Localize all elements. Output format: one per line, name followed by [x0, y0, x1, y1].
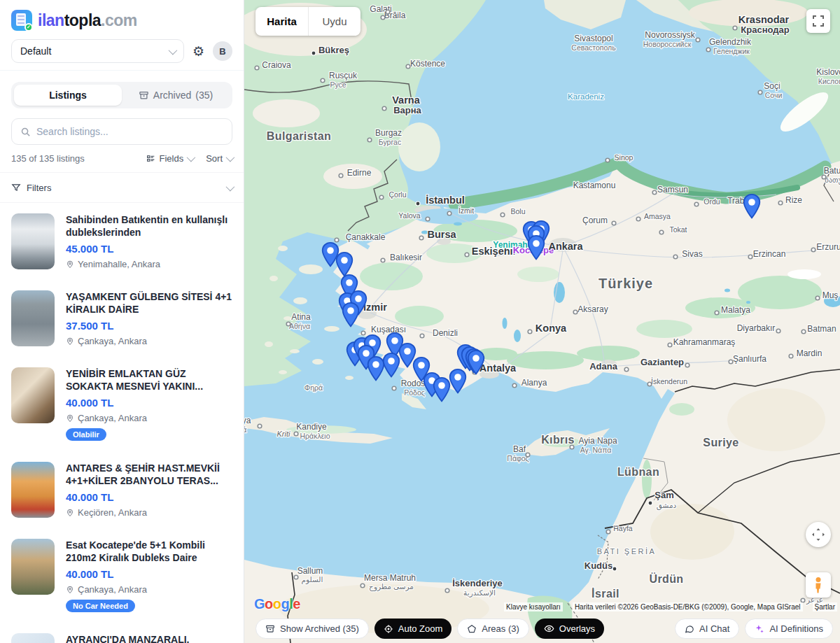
map-label: Χανιά	[244, 425, 246, 434]
map-label: Αγ. Νάπα	[580, 446, 612, 454]
listing-card[interactable]: Sahibinden Batıkentin en kullanışlı dubl…	[0, 203, 244, 280]
listing-card[interactable]: YENİBİR EMLAKTAN GÜZ SOKAKTA MESNEVİ YAK…	[0, 357, 244, 451]
map-label: Ordu	[704, 197, 720, 206]
listing-thumb	[11, 462, 55, 518]
map-label: Kudüs	[584, 560, 612, 571]
city-dot	[416, 202, 420, 206]
sort-button[interactable]: Sort	[206, 153, 232, 164]
map-label: Karadeniz	[568, 92, 604, 101]
listing-card[interactable]: AYRANCI'DA MANZARALI,	[0, 623, 244, 643]
map-label: Севастополь	[571, 43, 616, 52]
map-label: Sivas	[682, 249, 702, 259]
google-logo[interactable]: Google	[254, 596, 300, 612]
tab-archived[interactable]: Archived (35)	[122, 85, 230, 106]
brand-name: ilantopla.com	[38, 11, 137, 30]
listing-count: 135 of 135 listings	[11, 153, 85, 164]
pegman-icon	[811, 577, 825, 593]
pan-control[interactable]	[806, 522, 831, 547]
map-label: Варна	[393, 105, 421, 115]
map-label: Kislovodsk	[816, 67, 840, 77]
listing-title: YAŞAMKENT GÜLBENG SİTESİ 4+1 KİRALIK DAİ…	[66, 290, 232, 316]
map-label: Sinop	[615, 153, 634, 162]
map-label: Varna	[392, 94, 420, 106]
listing-price: 40.000 TL	[66, 397, 232, 409]
listing-location: Keçiören, Ankara	[78, 507, 147, 518]
terms-link[interactable]: Şartlar	[813, 602, 837, 612]
brand-logo[interactable]: ✓ ilantopla.com	[11, 10, 232, 31]
map-label: Hanya	[244, 416, 251, 425]
listing-badge: Olabilir	[66, 428, 106, 441]
pan-arrows-icon	[811, 527, 826, 542]
gear-icon[interactable]: ⚙	[192, 45, 204, 58]
city-dot	[335, 238, 339, 242]
listing-title: YENİBİR EMLAKTAN GÜZ SOKAKTA MESNEVİ YAK…	[66, 367, 232, 393]
city-dot	[673, 255, 678, 259]
city-dot	[778, 201, 783, 205]
listing-location: Yenimahalle, Ankara	[78, 259, 160, 269]
areas-button[interactable]: Areas (3)	[457, 619, 528, 639]
ai-chat-button[interactable]: AI Chat	[675, 619, 739, 639]
map-label: Denizli	[433, 328, 458, 338]
auto-zoom-button[interactable]: Auto Zoom	[374, 619, 452, 639]
filters-toggle[interactable]: Filters	[0, 172, 244, 203]
map-label: Kahramanmaraş	[673, 337, 736, 347]
fullscreen-button[interactable]	[806, 9, 830, 33]
listing-thumb	[11, 213, 55, 269]
city-dot	[696, 38, 700, 42]
profile-selector[interactable]: Default	[11, 39, 184, 63]
map-label: Krasnodar	[738, 14, 790, 25]
map-container[interactable]: GalațiBrăilaCraiovaBükreşKöstenceRusçukР…	[244, 0, 840, 643]
city-dot	[648, 382, 652, 386]
divider	[0, 70, 244, 71]
map-label: Novorossiysk	[645, 30, 695, 40]
city-dot	[339, 174, 343, 178]
city-dot	[360, 584, 365, 588]
map-type-satellite-button[interactable]: Uydu	[308, 7, 360, 36]
count-row: 135 of 135 listings Fields Sort	[11, 153, 232, 164]
map-label: Şam	[654, 490, 673, 500]
map-label: İskenderun	[651, 377, 687, 386]
avatar[interactable]: B	[213, 41, 232, 61]
sidebar-header: ✓ ilantopla.com Default ⚙ B	[0, 0, 244, 70]
overlays-button[interactable]: Overlays	[535, 619, 604, 639]
listing-card[interactable]: ANTARES & ŞEHİR HAST.MEVKİİ 4+1+KİLER 2B…	[0, 451, 244, 528]
map-type-map-button[interactable]: Harita	[255, 7, 308, 36]
listing-card[interactable]: YAŞAMKENT GÜLBENG SİTESİ 4+1 KİRALIK DAİ…	[0, 280, 244, 357]
show-archived-button[interactable]: Show Archived (35)	[255, 619, 369, 639]
map-label: السلوم	[302, 575, 323, 584]
city-dot	[258, 424, 262, 428]
map-label: Soçi	[764, 81, 780, 91]
city-dot	[321, 78, 325, 83]
map-label: Çorum	[582, 215, 608, 225]
fields-button[interactable]: Fields	[146, 153, 193, 164]
map-label: Baf	[513, 444, 526, 454]
listing-location: Çankaya, Ankara	[78, 336, 147, 346]
tab-listings[interactable]: Listings	[14, 85, 122, 106]
map-label: İsrail	[592, 588, 620, 600]
city-dot	[789, 354, 793, 358]
pegman-control[interactable]	[806, 572, 831, 598]
search-input[interactable]	[36, 126, 223, 137]
map-label: Adana	[589, 361, 618, 372]
map-pin-icon	[66, 414, 74, 423]
listing-price: 40.000 TL	[66, 568, 232, 580]
map-label: Tokat	[669, 225, 687, 234]
city-dot	[445, 588, 449, 593]
map-label: Batum	[824, 166, 840, 176]
listing-price: 37.500 TL	[66, 320, 232, 332]
city-dot	[685, 363, 690, 367]
city-dot	[368, 138, 372, 142]
listing-card[interactable]: Esat Kocatepe'de 5+1 Kombili 210m2 Kiral…	[0, 528, 244, 623]
map-label: Türkiye	[598, 276, 653, 291]
city-dot	[465, 253, 469, 257]
map-label: Atina	[291, 312, 311, 322]
city-dot	[801, 598, 805, 602]
ai-definitions-button[interactable]: AI Definitions	[745, 619, 833, 639]
chat-bubble-icon	[685, 624, 694, 634]
map-label: İstanbul	[426, 195, 465, 206]
map-label: Alanya	[522, 378, 547, 388]
keyboard-shortcuts-link[interactable]: Klavye kısayolları	[504, 602, 563, 612]
map-label: Aksaray	[578, 304, 608, 314]
archived-count: (35)	[195, 90, 213, 101]
city-dot	[648, 501, 652, 505]
